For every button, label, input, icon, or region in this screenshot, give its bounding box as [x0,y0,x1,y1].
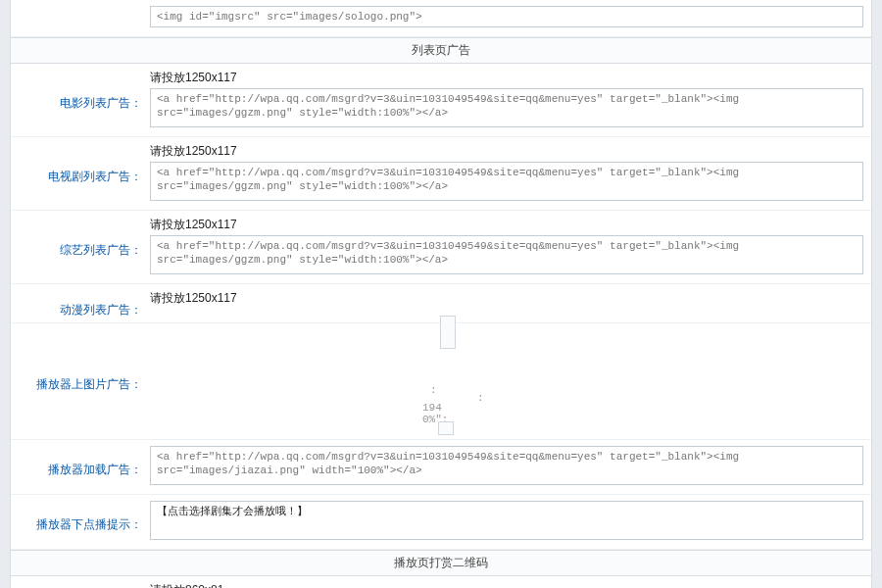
hint-anime-list: 请投放1250x117 [150,290,863,307]
row-movie-list: 电影列表广告： 请投放1250x117 [11,64,871,137]
label-player-tip: 播放器下点播提示： [11,511,148,533]
hint-tv-list: 请投放1250x117 [150,143,863,160]
section-qr-codes: 播放页打赏二维码 [11,550,871,576]
row-top-fragment [11,0,871,37]
label-top-fragment [11,16,148,22]
row-variety-list: 综艺列表广告： 请投放1250x117 [11,211,871,284]
row-player-load: 播放器加载广告： [11,440,871,495]
textarea-player-load[interactable] [150,446,863,485]
row-player-tip: 播放器下点播提示： [11,495,871,550]
scroll-fragment-1 [440,316,456,349]
text-fragment-colon-2: : [477,392,484,404]
label-tv-list: 电视剧列表广告： [11,163,148,185]
textarea-player-tip[interactable] [150,501,863,540]
textarea-top-fragment[interactable] [150,6,863,27]
obscured-region: : : 194 0%": [148,323,871,439]
textarea-tv-list[interactable] [150,162,863,201]
label-movie-list: 电影列表广告： [11,89,148,112]
label-player-load: 播放器加载广告： [11,456,148,478]
section-list-ads: 列表页广告 [11,37,871,64]
label-anime-list: 动漫列表广告： [11,288,148,318]
row-alipay: 支付宝： 请投放860x81 [11,576,871,588]
label-player-top: 播放器上图片广告： [11,370,148,393]
hint-alipay: 请投放860x81 [150,582,863,588]
scroll-fragment-2 [438,421,454,435]
text-fragment-colon-1: : [430,384,437,396]
row-tv-list: 电视剧列表广告： 请投放1250x117 [11,137,871,211]
settings-panel: 列表页广告 电影列表广告： 请投放1250x117 电视剧列表广告： 请投放12… [10,0,872,588]
text-fragment-num: 194 [422,402,442,414]
textarea-movie-list[interactable] [150,88,863,127]
row-player-top: 播放器上图片广告： : : 194 0%": [11,323,871,440]
hint-movie-list: 请投放1250x117 [150,70,863,86]
textarea-variety-list[interactable] [150,235,863,274]
hint-variety-list: 请投放1250x117 [150,217,863,233]
label-variety-list: 综艺列表广告： [11,236,148,259]
